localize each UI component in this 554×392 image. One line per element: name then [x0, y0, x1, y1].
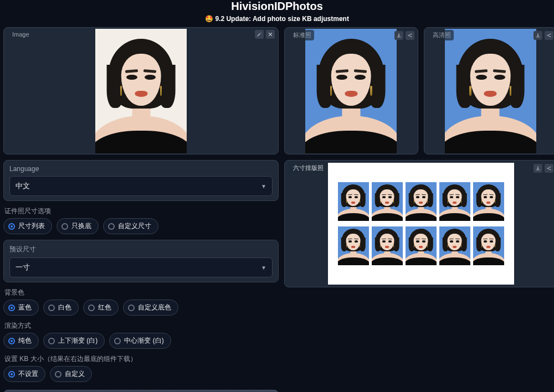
svg-point-16 — [550, 169, 551, 170]
preset-select[interactable]: 一寸 ▼ — [9, 257, 273, 277]
preset-label: 预设尺寸 — [9, 245, 273, 254]
render-label: 渲染方式 — [3, 321, 279, 333]
input-panel-label: Image — [12, 31, 29, 38]
radio-dot-icon — [114, 338, 121, 344]
layout-thumbnail — [372, 226, 403, 265]
svg-point-15 — [550, 166, 551, 167]
kb-option-label: 不设置 — [18, 369, 38, 379]
size-option[interactable]: 尺寸列表 — [3, 218, 52, 234]
share-button[interactable] — [406, 31, 414, 40]
input-image-panel[interactable]: Image — [3, 27, 279, 154]
download-icon — [396, 33, 402, 38]
layout-output-panel: 六寸排版照 — [284, 160, 554, 287]
input-portrait — [95, 29, 187, 153]
download-button[interactable] — [534, 31, 542, 40]
svg-point-14 — [547, 168, 548, 169]
clear-button[interactable] — [266, 30, 275, 39]
size-option[interactable]: 只换底 — [57, 218, 99, 234]
size-option-section: 证件照尺寸选项 尺寸列表只换底自定义尺寸 — [3, 207, 279, 234]
pencil-icon — [257, 32, 262, 37]
bg-option-label: 蓝色 — [18, 303, 32, 312]
share-icon — [546, 166, 552, 171]
preset-card: 预设尺寸 一寸 ▼ — [3, 240, 279, 282]
layout-thumbnail — [439, 226, 470, 265]
radio-dot-icon — [48, 305, 55, 311]
layout-thumbnail — [372, 182, 403, 221]
share-icon — [407, 33, 413, 38]
svg-point-9 — [547, 35, 548, 36]
layout-thumbnail — [473, 226, 504, 265]
bg-option[interactable]: 红色 — [83, 300, 119, 316]
layout-thumbnail — [473, 182, 504, 221]
render-option-label: 纯色 — [18, 336, 32, 345]
kb-option[interactable]: 自定义 — [50, 366, 92, 382]
radio-dot-icon — [55, 371, 61, 378]
radio-dot-icon — [128, 305, 135, 311]
svg-point-11 — [550, 36, 551, 37]
radio-dot-icon — [8, 223, 15, 230]
radio-dot-icon — [8, 305, 15, 311]
size-option[interactable]: 自定义尺寸 — [103, 218, 158, 234]
layout-thumbnail — [338, 226, 369, 265]
layout-panel-label: 六寸排版照 — [293, 164, 324, 172]
standard-panel-label: 标准照 — [293, 31, 311, 39]
radio-dot-icon — [8, 371, 15, 378]
bg-option[interactable]: 自定义底色 — [123, 300, 178, 316]
download-icon — [535, 33, 541, 38]
radio-dot-icon — [61, 223, 68, 230]
render-option[interactable]: 纯色 — [3, 333, 39, 349]
layout-sheet — [328, 163, 514, 285]
render-option-label: 上下渐变 (白) — [58, 336, 98, 345]
download-icon — [535, 166, 541, 171]
share-icon — [546, 33, 552, 38]
language-label: Language — [9, 165, 273, 173]
share-button[interactable] — [545, 31, 553, 40]
standard-portrait — [305, 29, 397, 153]
standard-output-panel: 标准照 — [284, 27, 418, 154]
bg-option[interactable]: 蓝色 — [3, 300, 39, 316]
render-option[interactable]: 上下渐变 (白) — [43, 333, 105, 349]
layout-thumbnail — [406, 226, 437, 265]
hd-panel-label: 高清照 — [433, 31, 451, 39]
x-icon — [268, 32, 273, 37]
kb-option-label: 自定义 — [65, 369, 85, 379]
kb-section: 设置 KB 大小（结果在右边最底的组件下载） 不设置自定义 — [3, 354, 279, 382]
hd-portrait — [445, 29, 536, 153]
submit-button[interactable]: 开始制作 — [3, 390, 279, 392]
download-button[interactable] — [534, 164, 542, 173]
chevron-down-icon: ▼ — [261, 265, 266, 271]
kb-option[interactable]: 不设置 — [3, 366, 45, 382]
bg-option[interactable]: 白色 — [43, 300, 79, 316]
bg-section: 背景色 蓝色白色红色自定义底色 — [3, 288, 279, 316]
size-option-label: 自定义尺寸 — [118, 221, 151, 231]
svg-point-6 — [411, 36, 412, 37]
bg-option-label: 红色 — [98, 303, 111, 312]
chevron-down-icon: ▼ — [261, 183, 266, 189]
layout-thumbnail — [338, 182, 369, 221]
language-select[interactable]: 中文 ▼ — [9, 176, 273, 196]
render-option[interactable]: 中心渐变 (白) — [109, 333, 171, 349]
size-option-label: 证件照尺寸选项 — [3, 207, 279, 218]
render-option-label: 中心渐变 (白) — [124, 336, 163, 345]
radio-dot-icon — [8, 338, 15, 344]
size-option-label: 只换底 — [71, 221, 91, 231]
bg-option-label: 自定义底色 — [138, 303, 171, 312]
svg-point-4 — [408, 35, 409, 36]
svg-point-5 — [411, 33, 412, 34]
radio-dot-icon — [88, 305, 95, 311]
layout-thumbnail — [406, 182, 437, 221]
edit-button[interactable] — [255, 30, 264, 39]
bg-option-label: 白色 — [58, 303, 71, 312]
radio-dot-icon — [48, 338, 55, 344]
share-button[interactable] — [545, 164, 553, 173]
hd-output-panel: 高清照 — [424, 27, 555, 154]
page-subtitle: 🤩 9.2 Update: Add photo size KB adjustme… — [0, 15, 554, 23]
layout-thumbnail — [439, 182, 470, 221]
kb-label: 设置 KB 大小（结果在右边最底的组件下载） — [3, 354, 279, 366]
language-card: Language 中文 ▼ — [3, 160, 279, 201]
render-section: 渲染方式 纯色上下渐变 (白)中心渐变 (白) — [3, 321, 279, 349]
bg-label: 背景色 — [3, 288, 279, 300]
download-button[interactable] — [394, 31, 403, 40]
svg-point-10 — [550, 33, 551, 34]
radio-dot-icon — [108, 223, 115, 230]
